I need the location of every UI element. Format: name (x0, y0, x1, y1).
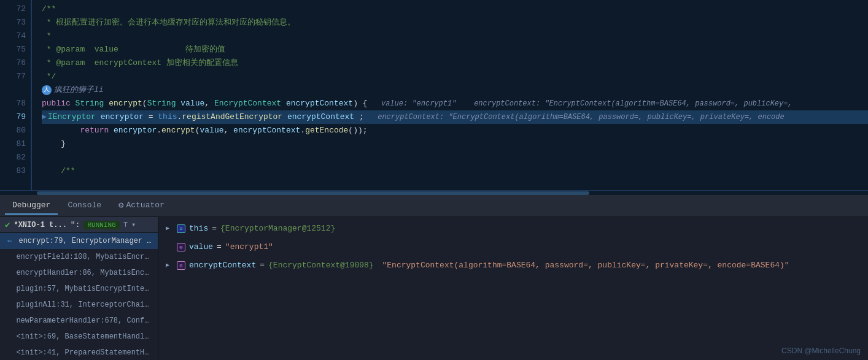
line-num-81: 81 (0, 137, 26, 151)
stack-item-6[interactable]: <init>:69, BaseStatementHandler (o (0, 329, 158, 345)
var-val-encryptcontext-str: "EncryptContext(algorithm=BASE64, passwo… (378, 259, 789, 272)
code-lines: /** * 根据配置进行加密。会进行本地缓存对应的算法和对应的秘钥信息。 * *… (32, 0, 868, 190)
stack-item-4[interactable]: pluginAll:31, InterceptorChain (org.a (0, 297, 158, 313)
line-num-74: 74 (0, 29, 26, 43)
code-line-83: /** (42, 164, 868, 178)
stack-header: ✔ *XNIO-1 t... ": RUNNING ⊤ ▾ (0, 217, 158, 233)
field-icon-encrypt: ⊙ (177, 261, 185, 270)
var-val-encryptcontext-ref: {EncryptContext@19098} (268, 259, 374, 272)
line-num-73: 73 (0, 16, 26, 29)
line-num-72: 72 (0, 2, 26, 16)
line-num-82: 82 (0, 151, 26, 164)
code-line-82 (42, 151, 868, 164)
check-icon: ✔ (5, 220, 10, 230)
expand-encrypt[interactable]: ▶ (166, 259, 173, 272)
debugger-tab-label: Debugger (12, 201, 50, 210)
bottom-content: ✔ *XNIO-1 t... ": RUNNING ⊤ ▾ ⇐ encrypt:… (0, 217, 868, 360)
line-num-80: 80 (0, 124, 26, 137)
code-line-79: ▶ IEncryptor encryptor = this . registAn… (42, 110, 868, 124)
expand-this[interactable]: ▶ (166, 222, 173, 236)
line-num-83: 83 (0, 164, 26, 178)
code-line-76: * @param encryptContext 加密相关的配置信息 (42, 56, 868, 70)
running-badge: RUNNING (83, 221, 119, 229)
code-line-78: public String encrypt ( String value , E… (42, 97, 868, 110)
variables-panel: ▶ ≡ this = {EncryptorManager@12512} ⊙ va… (158, 217, 868, 360)
line-num-76: 76 (0, 56, 26, 70)
watermark: CSDN @MichelleChung (781, 347, 861, 355)
stack-panel: ✔ *XNIO-1 t... ": RUNNING ⊤ ▾ ⇐ encrypt:… (0, 217, 158, 360)
code-editor: 72 73 74 75 76 77 78 79 80 81 82 83 /** … (0, 0, 868, 190)
actuator-tab-label: Actuator (126, 201, 164, 210)
var-name-this: this (189, 222, 208, 236)
thread-name: *XNIO-1 t... (14, 221, 66, 229)
stack-item-2[interactable]: encryptHandler:86, MybatisEncryptI (0, 265, 158, 281)
hint-79: encryptContext: "EncryptContext(algorith… (369, 110, 785, 124)
bottom-panel: Debugger Console ⚙ Actuator ✔ *XNIO-1 t.… (0, 195, 868, 360)
hint-78: value: "encrypt1" encryptContext: "Encry… (373, 97, 792, 110)
code-line-73: * 根据配置进行加密。会进行本地缓存对应的算法和对应的秘钥信息。 (42, 16, 868, 29)
var-row-value: ⊙ value = "encrypt1" (158, 238, 868, 256)
code-line-74: * (42, 29, 868, 43)
line-num-blank (0, 83, 26, 97)
arrow-icon: ⇐ (7, 237, 16, 245)
console-tab-label: Console (68, 201, 101, 210)
code-line-77: */ (42, 70, 868, 83)
tab-debugger[interactable]: Debugger (5, 197, 58, 215)
field-icon-value: ⊙ (177, 243, 185, 251)
stack-item-0[interactable]: ⇐ encrypt:79, EncryptorManager (com (0, 233, 158, 249)
var-name-encryptcontext: encryptContext (189, 259, 256, 272)
var-val-value: "encrypt1" (225, 240, 273, 254)
code-line-75: * @param value 待加密的值 (42, 43, 868, 56)
tab-console[interactable]: Console (60, 197, 109, 215)
code-line-author: 人 疯狂的狮子li (42, 83, 868, 97)
stack-items: ⇐ encrypt:79, EncryptorManager (com encr… (0, 233, 158, 360)
actuator-icon: ⚙ (118, 200, 123, 210)
line-num-78: 78 (0, 97, 26, 110)
line-numbers: 72 73 74 75 76 77 78 79 80 81 82 83 (0, 0, 32, 190)
var-row-encryptcontext: ▶ ⊙ encryptContext = {EncryptContext@190… (158, 256, 868, 275)
var-name-value: value (189, 240, 213, 254)
tab-actuator[interactable]: ⚙ Actuator (111, 196, 172, 215)
dropdown-icon[interactable]: ▾ (131, 220, 136, 229)
stack-item-3[interactable]: plugin:57, MybatisEncryptIntercepto (0, 281, 158, 297)
expand-value[interactable] (166, 240, 173, 254)
line-num-79: 79 (0, 110, 26, 124)
stack-item-1[interactable]: encryptField:108, MybatisEncryptInt (0, 249, 158, 265)
code-line-72: /** (42, 2, 868, 16)
line-num-75: 75 (0, 43, 26, 56)
tab-bar: Debugger Console ⚙ Actuator (0, 195, 868, 217)
stack-item-5[interactable]: newParameterHandler:678, Configur (0, 313, 158, 329)
editor-scrollbar-thumb[interactable] (37, 191, 589, 195)
code-line-81: } (42, 137, 868, 151)
code-line-80: return encryptor . encrypt ( value , enc… (42, 124, 868, 137)
filter-icon[interactable]: ⊤ (123, 220, 128, 229)
var-val-this: {EncryptorManager@12512} (220, 222, 335, 236)
line-num-77: 77 (0, 70, 26, 83)
editor-scrollbar[interactable] (0, 190, 868, 195)
author-avatar: 人 (42, 85, 52, 95)
var-row-this: ▶ ≡ this = {EncryptorManager@12512} (158, 220, 868, 238)
obj-icon-this: ≡ (177, 224, 185, 233)
stack-item-7[interactable]: <init>:41, PreparedStatementHandle (0, 345, 158, 360)
